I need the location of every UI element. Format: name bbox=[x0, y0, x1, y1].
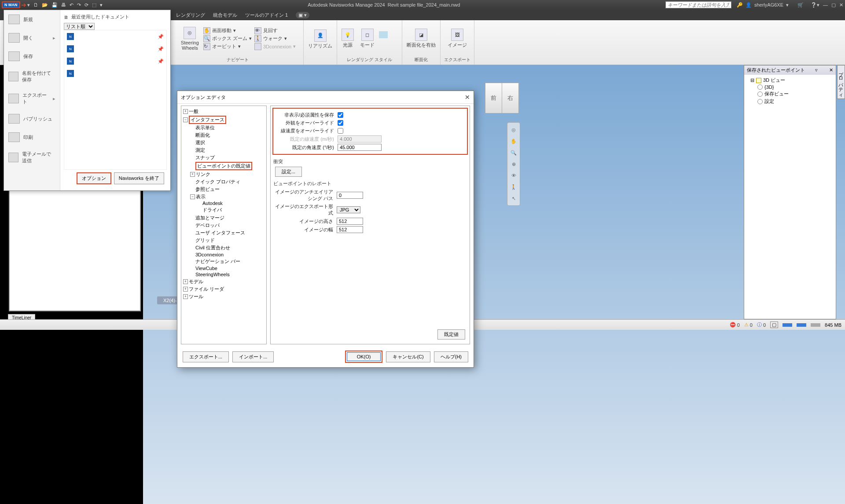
tree-item[interactable]: 設定 bbox=[745, 98, 835, 105]
dialog-close-icon[interactable]: ✕ bbox=[465, 94, 470, 101]
recent-item[interactable]: N bbox=[64, 67, 166, 80]
tree-item[interactable]: 断面化 bbox=[195, 132, 210, 139]
override-material-checkbox[interactable] bbox=[338, 120, 343, 126]
defaults-button[interactable]: 既定値 bbox=[437, 329, 465, 340]
warning-icon[interactable]: ⚠ bbox=[744, 322, 749, 328]
style-icon-3[interactable] bbox=[390, 31, 399, 38]
aa-pass-input[interactable] bbox=[337, 192, 363, 199]
look-button[interactable]: 👁見回す bbox=[254, 27, 296, 34]
tree-item[interactable]: {3D} bbox=[745, 84, 835, 90]
layout-icon[interactable]: ▢ bbox=[770, 321, 778, 328]
tree-item[interactable]: リンク bbox=[196, 171, 210, 178]
tree-item[interactable]: ファイル リーダ bbox=[189, 286, 224, 292]
nav-look-icon[interactable]: 👁 bbox=[508, 170, 519, 181]
tree-interface[interactable]: インタフェース bbox=[189, 116, 226, 124]
help-icon[interactable]: ❔▾ bbox=[811, 2, 819, 8]
tree-item[interactable]: モデル bbox=[189, 278, 203, 285]
nav-walk-icon[interactable]: 🚶 bbox=[508, 182, 519, 192]
help-button[interactable]: ヘルプ(H) bbox=[434, 351, 468, 362]
dialog-export-button[interactable]: エクスポート... bbox=[183, 351, 229, 362]
viewcube-right[interactable]: 右 bbox=[502, 83, 519, 113]
tree-item[interactable]: Autodesk bbox=[202, 201, 223, 206]
style-icon-2[interactable] bbox=[379, 39, 388, 46]
print-icon[interactable]: 🖶 bbox=[61, 2, 66, 8]
options-button[interactable]: オプション bbox=[77, 172, 111, 184]
dialog-import-button[interactable]: インポート... bbox=[232, 351, 274, 362]
tree-item[interactable]: グリッド bbox=[195, 237, 215, 244]
close-icon[interactable]: ✕ bbox=[839, 2, 843, 8]
select-icon[interactable]: ⬚ bbox=[92, 2, 96, 8]
light-button[interactable]: 💡光源 bbox=[340, 28, 356, 49]
tree-item[interactable]: ナビゲーション バー bbox=[195, 258, 240, 265]
tree-item[interactable]: 表示単位 bbox=[195, 124, 215, 131]
image-height-input[interactable] bbox=[337, 218, 363, 225]
collision-settings-button[interactable]: 設定... bbox=[275, 167, 302, 177]
tree-item[interactable]: ツール bbox=[189, 293, 203, 300]
appmenu-email[interactable]: 電子メールで送信 bbox=[4, 146, 60, 168]
restore-icon[interactable]: ▢ bbox=[831, 2, 836, 8]
save-attr-checkbox[interactable] bbox=[338, 112, 343, 118]
user-dropdown-icon[interactable]: ▾ bbox=[786, 2, 789, 8]
ribbon-toggle[interactable]: ▣ ▾ bbox=[296, 12, 309, 18]
tree-item[interactable]: 表示 bbox=[196, 194, 206, 200]
cart-icon[interactable]: 🛒 bbox=[797, 2, 804, 8]
section-button[interactable]: ◪断面化を有効 bbox=[405, 28, 437, 49]
nav-zoom-icon[interactable]: 🔍 bbox=[508, 147, 519, 158]
redo-icon[interactable]: ↷ bbox=[77, 2, 81, 8]
exit-button[interactable]: Navisworks を終了 bbox=[114, 172, 164, 184]
expand-icon[interactable]: + bbox=[190, 172, 195, 177]
tree-item[interactable]: SteeringWheels bbox=[195, 272, 230, 277]
tree-item[interactable]: 選択 bbox=[195, 139, 205, 146]
user-area[interactable]: 🔑 👤 sherlyAG6XE ▾ bbox=[737, 2, 789, 8]
override-linear-checkbox[interactable] bbox=[338, 128, 343, 134]
recent-item[interactable]: N📌 bbox=[64, 43, 166, 55]
save-icon[interactable]: 💾 bbox=[51, 2, 58, 8]
pin-icon[interactable]: 📌 bbox=[158, 58, 164, 64]
appmenu-publish[interactable]: パブリッシュ bbox=[4, 110, 60, 128]
appmenu-save[interactable]: 保存 bbox=[4, 47, 60, 66]
expand-icon[interactable]: + bbox=[183, 279, 188, 284]
info-icon[interactable]: ⓘ bbox=[757, 321, 762, 328]
panel-close-icon[interactable]: ✕ bbox=[829, 67, 833, 73]
tree-item[interactable]: クイック プロパティ bbox=[195, 179, 240, 185]
orbit-button[interactable]: ↻オービット▾ bbox=[203, 43, 252, 50]
style-icon-1[interactable] bbox=[379, 31, 388, 38]
ok-button[interactable]: OK(O) bbox=[347, 352, 381, 361]
image-button[interactable]: 🖼イメージ bbox=[446, 28, 469, 49]
pan-button[interactable]: ✋画面移動▾ bbox=[203, 27, 252, 34]
tree-item[interactable]: ユーザ インタフェース bbox=[195, 230, 245, 236]
cancel-button[interactable]: キャンセル(C) bbox=[386, 351, 430, 362]
undo-icon[interactable]: ↶ bbox=[70, 2, 73, 8]
new-icon[interactable]: 🗋 bbox=[33, 2, 38, 8]
options-tree[interactable]: +一般 −インタフェース 表示単位 断面化 選択 測定 スナップ ビューポイント… bbox=[181, 106, 267, 344]
nav-pan-icon[interactable]: ✋ bbox=[508, 136, 519, 146]
collapse-icon[interactable]: − bbox=[190, 194, 195, 199]
tree-item[interactable]: Civil 位置合わせ bbox=[195, 245, 230, 251]
recent-item[interactable]: N📌 bbox=[64, 30, 166, 43]
viewcube[interactable]: 前 右 bbox=[485, 83, 519, 113]
minimize-icon[interactable]: — bbox=[823, 2, 828, 8]
tree-item[interactable]: ドライバ bbox=[202, 207, 222, 213]
app-logo[interactable]: N MAN bbox=[2, 1, 20, 8]
pin-icon[interactable]: 📌 bbox=[158, 46, 164, 52]
ribbon-tab-addin[interactable]: ツールのアドイン 1 bbox=[245, 12, 288, 18]
tree-item[interactable]: 3Dconnexion bbox=[195, 252, 224, 257]
viewcube-front[interactable]: 前 bbox=[485, 83, 502, 113]
angular-speed-input[interactable] bbox=[338, 144, 382, 151]
tree-item[interactable]: 参照ビュー bbox=[195, 186, 220, 193]
tree-root[interactable]: ⊟3D ビュー bbox=[745, 77, 835, 84]
tree-item[interactable]: 保存ビュー bbox=[745, 90, 835, 98]
tree-item[interactable]: 測定 bbox=[195, 147, 205, 153]
tree-item[interactable]: 追加とマージ bbox=[195, 215, 224, 221]
walk-button[interactable]: 🚶ウォーク▾ bbox=[254, 35, 296, 42]
appmenu-export[interactable]: エクスポート▸ bbox=[4, 88, 60, 110]
tree-viewpoint-defaults[interactable]: ビューポイントの既定値 bbox=[195, 162, 252, 170]
tree-item[interactable]: デベロッパ bbox=[195, 222, 220, 229]
mode-button[interactable]: ◻モード bbox=[358, 28, 376, 49]
expand-icon[interactable]: + bbox=[183, 287, 188, 292]
style-icon-4[interactable] bbox=[390, 39, 399, 46]
steering-wheels-button[interactable]: ◎ Steering Wheels bbox=[179, 26, 201, 51]
appmenu-new[interactable]: 新規 bbox=[4, 10, 60, 29]
recent-sort-select[interactable]: リスト順 bbox=[64, 23, 95, 30]
appmenu-print[interactable]: 印刷 bbox=[4, 128, 60, 146]
